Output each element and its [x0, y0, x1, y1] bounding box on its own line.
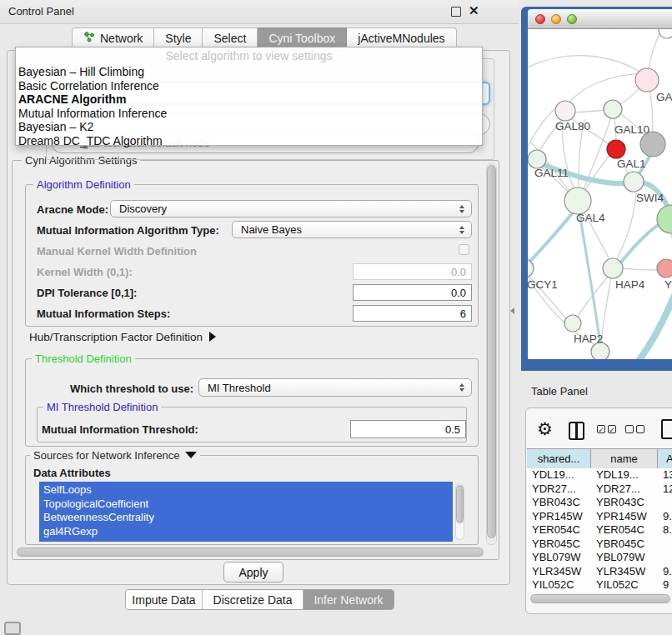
- attribute-list-scrollbar-thumb[interactable]: [456, 485, 464, 523]
- dropdown-item[interactable]: Bayesian – K2: [16, 120, 482, 134]
- node-label: GAL1: [617, 158, 646, 170]
- column-header-shared-name[interactable]: shared...: [527, 449, 591, 469]
- aracne-mode-combobox[interactable]: Discovery: [110, 200, 472, 218]
- table-row[interactable]: YBR043CYBR043C: [527, 496, 672, 510]
- node[interactable]: [591, 342, 609, 359]
- node-gal10[interactable]: [604, 100, 622, 118]
- mi-type-combobox[interactable]: Naive Bayes: [232, 221, 472, 238]
- close-icon[interactable]: ✕: [469, 3, 479, 18]
- edge[interactable]: [528, 56, 647, 76]
- attribute-item-selected[interactable]: TopologicalCoefficient: [39, 498, 453, 512]
- column-header-clipped[interactable]: A: [658, 449, 672, 469]
- edge[interactable]: [572, 110, 606, 112]
- edge[interactable]: [649, 31, 661, 69]
- node-gcy1[interactable]: [528, 259, 534, 278]
- network-view-canvas[interactable]: GAL GAL80 GAL10 GAL1 GAL11 SWI4 GAL4 GCY…: [528, 29, 672, 359]
- attribute-item-selected[interactable]: gal4RGexp: [39, 525, 453, 539]
- node[interactable]: [659, 29, 672, 38]
- edge[interactable]: [583, 154, 610, 194]
- table-row[interactable]: YIL052CYIL052C9: [527, 578, 672, 592]
- split-columns-icon[interactable]: [569, 422, 584, 440]
- table-row[interactable]: YPR145WYPR145W9.: [527, 510, 672, 524]
- highlighted-edges[interactable]: [528, 151, 672, 359]
- column-header-name[interactable]: name: [591, 449, 658, 469]
- network-graph[interactable]: GAL GAL80 GAL10 GAL1 GAL11 SWI4 GAL4 GCY…: [528, 29, 672, 359]
- hub-tf-expander[interactable]: Hub/Transcription Factor Definition: [29, 331, 216, 343]
- bottom-tabbar: Impute Data Discretize Data Infer Networ…: [125, 589, 394, 610]
- table-row[interactable]: YDL19...YDL19...13: [527, 468, 672, 482]
- mi-threshold-field[interactable]: 0.5: [350, 420, 466, 438]
- edge-highlighted[interactable]: [528, 156, 671, 217]
- settings-horizontal-scrollbar-thumb[interactable]: [17, 548, 484, 557]
- close-window-icon[interactable]: [535, 14, 545, 24]
- tab-network[interactable]: Network: [72, 28, 154, 48]
- tab-jactivemnodules[interactable]: jActiveMNodules: [347, 28, 456, 48]
- node-gal80[interactable]: [555, 101, 575, 121]
- node-gal[interactable]: [635, 68, 659, 92]
- table-row[interactable]: YBR045CYBR045C: [527, 538, 672, 552]
- manual-kernel-width-checkbox[interactable]: [459, 244, 469, 255]
- table-row[interactable]: YLR345WYLR345W9.: [527, 565, 672, 579]
- dropdown-item[interactable]: Bayesian – Hill Climbing: [16, 65, 482, 79]
- mi-steps-field[interactable]: 6: [353, 305, 472, 322]
- table-horizontal-scrollbar-thumb[interactable]: [530, 594, 670, 603]
- mi-threshold-group-title: MI Threshold Definition: [43, 401, 161, 413]
- combo-stepper-icon: [459, 205, 464, 213]
- dropdown-item[interactable]: Dream8 DC_TDC Algorithm: [16, 134, 482, 148]
- node-gal1[interactable]: [624, 172, 644, 192]
- table-settings-gear-icon[interactable]: ⚙: [537, 419, 553, 439]
- aracne-mode-label: Aracne Mode:: [37, 203, 108, 216]
- cell: YBR045C: [591, 538, 658, 552]
- dpi-tolerance-value: 0.0: [451, 287, 466, 299]
- apply-button[interactable]: Apply: [223, 562, 283, 582]
- edge[interactable]: [649, 88, 653, 132]
- tab-impute-data[interactable]: Impute Data: [126, 590, 203, 609]
- dpi-tolerance-field[interactable]: 0.0: [353, 284, 472, 301]
- tab-cyni-toolbox[interactable]: Cyni Toolbox: [258, 28, 347, 48]
- deselect-all-checkboxes-icon[interactable]: [625, 425, 644, 433]
- mi-threshold-value: 0.5: [445, 423, 460, 436]
- cell: YIL052C: [527, 578, 591, 592]
- node-salmon[interactable]: [657, 259, 672, 278]
- node-hap2[interactable]: [564, 315, 581, 332]
- tab-style[interactable]: Style: [154, 28, 203, 48]
- which-threshold-combobox[interactable]: MI Threshold: [198, 378, 472, 397]
- edge-highlighted[interactable]: [639, 283, 672, 359]
- dropdown-item-selected[interactable]: ARACNE Algorithm: [16, 92, 482, 107]
- node-swi4[interactable]: [657, 205, 672, 233]
- tab-discretize-data[interactable]: Discretize Data: [203, 590, 303, 609]
- cell: 12: [658, 482, 672, 497]
- select-all-checkboxes-icon[interactable]: [597, 425, 616, 433]
- edge[interactable]: [616, 192, 636, 261]
- float-window-icon[interactable]: [451, 7, 461, 17]
- edge-highlighted[interactable]: [579, 212, 600, 344]
- attribute-item-selected[interactable]: BetweennessCentrality: [39, 511, 453, 525]
- minimized-panel-icon[interactable]: [4, 622, 21, 635]
- edge[interactable]: [622, 268, 659, 270]
- attribute-item-selected[interactable]: SelfLoops: [39, 483, 453, 498]
- sources-group-title[interactable]: Sources for Network Inference: [30, 449, 200, 462]
- tab-select[interactable]: Select: [203, 28, 258, 48]
- kernel-width-field[interactable]: 0.0: [353, 263, 472, 280]
- table-row[interactable]: YER054CYER054C8.: [527, 523, 672, 538]
- table-row[interactable]: YBL079WYBL079W: [527, 551, 672, 565]
- node-hap4[interactable]: [603, 258, 623, 278]
- dropdown-item[interactable]: Basic Correlation Inference: [16, 79, 482, 93]
- table-row[interactable]: YDR27...YDR27...12: [527, 482, 672, 497]
- document-icon[interactable]: [661, 419, 672, 439]
- minimize-window-icon[interactable]: [551, 14, 561, 24]
- tab-infer-network-label: Infer Network: [313, 593, 383, 607]
- node-gal4[interactable]: [564, 188, 591, 214]
- settings-vertical-scrollbar-thumb[interactable]: [487, 165, 496, 538]
- network-window-titlebar[interactable]: [528, 9, 672, 29]
- node-gal11[interactable]: [528, 150, 546, 168]
- zoom-window-icon[interactable]: [567, 14, 577, 24]
- tab-infer-network[interactable]: Infer Network: [303, 590, 394, 609]
- edge-highlighted[interactable]: [528, 206, 578, 269]
- split-pane-handle-icon[interactable]: [510, 308, 514, 314]
- edge[interactable]: [563, 122, 574, 191]
- node-red-selected[interactable]: [607, 140, 625, 158]
- kernel-width-value: 0.0: [451, 266, 466, 278]
- dropdown-item[interactable]: Mutual Information Inference: [16, 107, 482, 121]
- manual-kernel-width-label: Manual Kernel Width Definition: [37, 245, 197, 258]
